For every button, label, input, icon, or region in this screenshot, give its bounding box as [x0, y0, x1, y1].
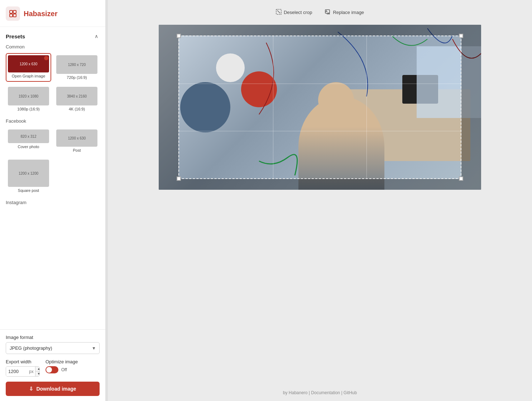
replace-image-button[interactable]: Replace image — [322, 7, 367, 18]
preset-label-fb-post: Post — [73, 148, 81, 152]
image-canvas[interactable] — [159, 25, 481, 190]
preset-size-fb-cover: 820 x 312 — [21, 135, 37, 138]
preset-label-og: Open Graph image — [12, 74, 45, 78]
app-header: Habasizer — [0, 0, 105, 27]
preset-item-fb-post[interactable]: 1200 x 630 Post — [54, 127, 100, 155]
facebook-section: Facebook 820 x 312 Cover photo 1200 x 63… — [6, 118, 100, 195]
footer-github-link[interactable]: GitHub — [344, 390, 357, 395]
optimize-toggle[interactable] — [45, 366, 58, 373]
preset-label-1080p: 1080p (16:9) — [17, 107, 39, 111]
preset-label-4k: 4K (16:9) — [69, 107, 85, 111]
svg-rect-2 — [10, 14, 13, 17]
footer: by Habanero | Documentation | GitHub — [283, 390, 357, 395]
optimize-state: Off — [61, 367, 67, 372]
width-stepper: ▲ ▼ — [35, 367, 40, 376]
facebook-presets-grid: 820 x 312 Cover photo 1200 x 630 Post 12… — [6, 127, 100, 195]
replace-image-icon — [325, 9, 331, 16]
svg-rect-1 — [13, 10, 16, 13]
width-input[interactable] — [6, 367, 28, 376]
preset-item-4k[interactable]: 3840 x 2160 4K (16:9) — [54, 85, 100, 113]
preset-thumb-fb-cover: 820 x 312 — [8, 129, 49, 143]
format-select[interactable]: JPEG (photography) PNG (lossless) WebP — [6, 342, 100, 354]
presets-title: Presets — [6, 33, 25, 39]
footer-by: by Habanero — [283, 390, 308, 395]
sidebar-bottom: Image format JPEG (photography) PNG (los… — [0, 329, 105, 401]
preset-item-1080p[interactable]: 1920 x 1080 1080p (16:9) — [6, 85, 51, 113]
presets-collapse-button[interactable]: ∧ — [93, 33, 100, 40]
width-input-wrapper: px ▲ ▼ — [6, 366, 40, 377]
instagram-subsection-title: Instagram — [6, 200, 100, 205]
deselect-crop-label: Deselect crop — [284, 10, 312, 15]
preset-label-720p: 720p (16:9) — [67, 75, 87, 80]
deselect-crop-icon — [276, 9, 282, 16]
preset-thumb-fb-post: 1200 x 630 — [56, 129, 97, 147]
photo-element-white-circle — [216, 53, 245, 82]
svg-line-5 — [277, 10, 280, 13]
svg-rect-0 — [10, 10, 13, 13]
image-canvas-wrapper — [159, 25, 481, 190]
photo-element-red-circle — [241, 71, 277, 107]
main-content: Deselect crop Replace image — [108, 0, 532, 401]
footer-documentation-link[interactable]: Documentation — [311, 390, 340, 395]
preset-item-720p[interactable]: 1280 x 720 720p (16:9) — [54, 53, 100, 82]
preset-item-og[interactable]: 1200 x 630 Open Graph image — [6, 53, 51, 82]
common-presets-grid: 1200 x 630 Open Graph image 1280 x 720 7… — [6, 53, 100, 113]
download-label: Download image — [36, 386, 76, 392]
format-select-wrapper: JPEG (photography) PNG (lossless) WebP ▼ — [6, 342, 100, 354]
preset-item-fb-cover[interactable]: 820 x 312 Cover photo — [6, 127, 51, 155]
selected-indicator — [44, 56, 48, 60]
preset-thumb-fb-square: 1200 x 1200 — [8, 160, 49, 187]
export-row: Export width px ▲ ▼ Optimize image Off — [6, 359, 100, 377]
photo-element-blue-circle — [180, 82, 230, 132]
toggle-row: Off — [45, 366, 78, 373]
logo-icon — [6, 6, 20, 21]
width-decrement-button[interactable]: ▼ — [35, 372, 40, 376]
preset-size-720p: 1280 x 720 — [68, 63, 86, 67]
optimize-group: Optimize image Off — [45, 359, 78, 373]
sidebar-content: Presets ∧ Common 1200 x 630 Open Graph i… — [0, 27, 105, 329]
preset-thumb-4k: 3840 x 2160 — [56, 87, 97, 105]
preset-label-fb-square: Square post — [18, 188, 39, 193]
image-format-label: Image format — [6, 335, 100, 340]
preset-size-og: 1200 x 630 — [20, 62, 38, 66]
toggle-knob — [46, 367, 52, 373]
preset-thumb-1080p: 1920 x 1080 — [8, 87, 49, 105]
facebook-subsection-title: Facebook — [6, 118, 100, 124]
export-width-label: Export width — [6, 359, 40, 364]
deselect-crop-button[interactable]: Deselect crop — [273, 7, 315, 18]
preset-item-fb-square[interactable]: 1200 x 1200 Square post — [6, 157, 51, 195]
preset-size-1080p: 1920 x 1080 — [19, 94, 38, 98]
toolbar: Deselect crop Replace image — [273, 7, 367, 18]
export-width-group: Export width px ▲ ▼ — [6, 359, 40, 377]
presets-section-header: Presets ∧ — [6, 33, 100, 40]
preset-size-fb-square: 1200 x 1200 — [19, 171, 38, 175]
preset-thumb-og: 1200 x 630 — [8, 55, 49, 72]
photo-element-person-head — [318, 82, 354, 118]
common-subsection-title: Common — [6, 44, 100, 49]
download-icon: ⇩ — [29, 386, 33, 392]
preset-label-fb-cover: Cover photo — [18, 145, 39, 149]
width-unit: px — [28, 369, 35, 374]
sidebar: Habasizer Presets ∧ Common 1200 x 630 Op… — [0, 0, 106, 401]
preset-size-fb-post: 1200 x 630 — [68, 136, 86, 140]
width-increment-button[interactable]: ▲ — [35, 367, 40, 372]
app-title: Habasizer — [24, 10, 58, 18]
photo-element-window — [417, 46, 481, 118]
optimize-label: Optimize image — [45, 359, 78, 364]
preset-thumb-720p: 1280 x 720 — [56, 55, 97, 74]
preset-size-4k: 3840 x 2160 — [67, 94, 87, 98]
svg-rect-3 — [13, 14, 16, 17]
download-button[interactable]: ⇩ Download image — [6, 382, 100, 396]
replace-image-label: Replace image — [333, 10, 364, 15]
